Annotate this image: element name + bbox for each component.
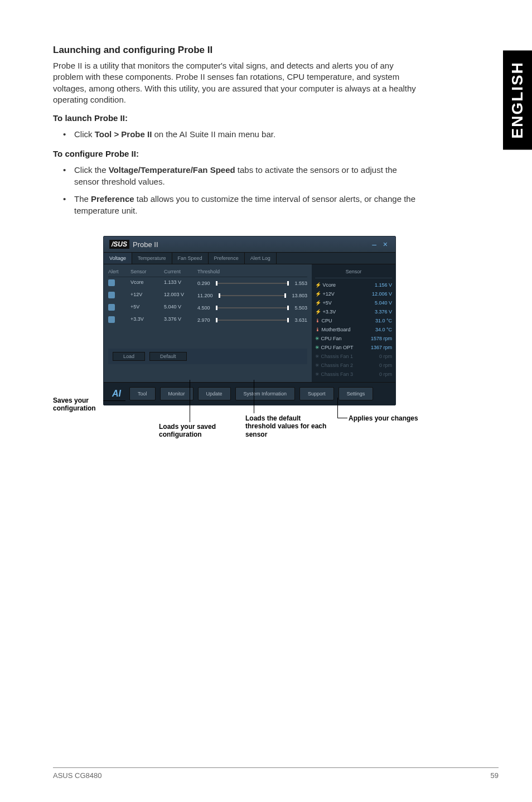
tab-temperature[interactable]: Temperature	[132, 253, 172, 264]
sensor-name: +5V	[130, 304, 164, 312]
sensor-current: 1.133 V	[164, 279, 197, 287]
callout-line	[337, 398, 338, 418]
sensor-row: 🌡 CPU31.0 °C	[315, 316, 392, 325]
support-button[interactable]: Support	[299, 387, 334, 400]
language-tab: ENGLISH	[503, 50, 532, 149]
fan-icon: ✳	[315, 336, 320, 341]
fan-icon: ✳	[315, 345, 320, 350]
sensor-row: 🌡 MotherBoard34.0 °C	[315, 325, 392, 334]
table-row: Vcore 1.133 V 0.2901.553	[108, 277, 307, 289]
callout-line	[103, 400, 125, 401]
system-info-button[interactable]: System Information	[235, 387, 296, 400]
figure-wrap: /SUS Probe II – × Voltage Temperature Fa…	[103, 236, 424, 405]
bottom-bar: AI Tool Monitor Update System Informatio…	[104, 382, 395, 405]
bolt-icon: ⚡	[315, 282, 321, 288]
tab-row: Voltage Temperature Fan Speed Preference…	[104, 252, 395, 264]
minimize-button[interactable]: –	[372, 240, 379, 249]
footer-model: ASUS CG8480	[53, 771, 101, 780]
panel-body: Alert Sensor Current Threshold Vcore 1.1…	[104, 264, 395, 382]
intro-paragraph: Probe II is a utility that monitors the …	[53, 60, 424, 105]
col-threshold: Threshold	[197, 269, 307, 274]
bolt-icon: ⚡	[315, 291, 321, 297]
sensor-name: +3.3V	[130, 316, 164, 324]
sensor-row: ⚡ +5V5.040 V	[315, 298, 392, 307]
monitor-button[interactable]: Monitor	[160, 387, 194, 400]
table-row: +3.3V 3.376 V 2.9703.631	[108, 314, 307, 326]
sensor-row: ✳ Chassis Fan 10 rpm	[315, 352, 392, 361]
bolt-icon: ⚡	[315, 300, 321, 306]
alert-checkbox[interactable]	[108, 279, 115, 286]
alert-checkbox[interactable]	[108, 304, 115, 311]
sensor-name: +12V	[130, 292, 164, 299]
settings-button[interactable]: Settings	[338, 387, 374, 400]
configure-item-2: The Preference tab allows you to customi…	[74, 193, 424, 216]
callout-line	[190, 380, 190, 422]
page-footer: ASUS CG8480 59	[53, 767, 499, 780]
table-row: +5V 5.040 V 4.5005.503	[108, 302, 307, 314]
sensor-current: 3.376 V	[164, 316, 197, 324]
tab-fan-speed[interactable]: Fan Speed	[172, 253, 209, 264]
threshold-slider[interactable]	[216, 307, 289, 308]
load-default-row: Load Default	[108, 349, 307, 364]
probe-window: /SUS Probe II – × Voltage Temperature Fa…	[103, 236, 396, 405]
section-heading: Launching and configuring Probe II	[53, 45, 424, 56]
col-alert: Alert	[108, 269, 130, 274]
launch-subhead: To launch Probe II:	[53, 113, 424, 123]
thermometer-icon: 🌡	[315, 327, 320, 332]
voltage-table: Alert Sensor Current Threshold Vcore 1.1…	[104, 264, 312, 382]
window-title: Probe II	[133, 240, 158, 249]
callout-line	[337, 418, 347, 418]
default-button[interactable]: Default	[149, 352, 187, 361]
callout-applies: Applies your changes	[349, 414, 438, 422]
table-header: Alert Sensor Current Threshold	[108, 267, 307, 277]
fan-icon: ✳	[315, 354, 320, 359]
callout-loads-saved: Loads your saved configuration	[159, 423, 231, 439]
sensor-panel: Sensor ⚡ Vcore1.156 V ⚡ +12V12.006 V ⚡ +…	[312, 264, 395, 382]
launch-item: Click Tool > Probe II on the AI Suite II…	[74, 128, 424, 140]
fan-icon: ✳	[315, 363, 320, 368]
alert-checkbox[interactable]	[108, 316, 115, 323]
bolt-icon: ⚡	[315, 309, 321, 315]
sensor-row: ✳ CPU Fan1578 rpm	[315, 334, 392, 343]
update-button[interactable]: Update	[198, 387, 231, 400]
callout-saves: Saves your configuration	[53, 397, 103, 413]
footer-page-number: 59	[491, 771, 499, 780]
configure-list: Click the Voltage/Temperature/Fan Speed …	[53, 164, 424, 216]
launch-list: Click Tool > Probe II on the AI Suite II…	[53, 128, 424, 140]
sensor-row: ✳ Chassis Fan 30 rpm	[315, 370, 392, 379]
thermometer-icon: 🌡	[315, 318, 320, 323]
sensor-row: ⚡ Vcore1.156 V	[315, 281, 392, 289]
fan-icon: ✳	[315, 371, 320, 377]
asus-logo: /SUS	[109, 240, 129, 249]
threshold-slider[interactable]	[216, 320, 289, 321]
callout-loads-default: Loads the default threshold values for e…	[245, 414, 329, 438]
tool-button[interactable]: Tool	[129, 387, 156, 400]
configure-subhead: To configure Probe II:	[53, 149, 424, 158]
col-sensor: Sensor	[130, 269, 164, 274]
sensor-row: ⚡ +12V12.006 V	[315, 289, 392, 298]
table-row: +12V 12.003 V 11.20013.803	[108, 289, 307, 302]
sensor-row: ✳ CPU Fan OPT1367 rpm	[315, 343, 392, 352]
load-button[interactable]: Load	[113, 352, 145, 361]
alert-checkbox[interactable]	[108, 292, 115, 298]
sensor-current: 12.003 V	[164, 292, 197, 299]
ai-logo-icon: AI	[108, 388, 125, 399]
tab-voltage[interactable]: Voltage	[104, 253, 132, 264]
threshold-slider[interactable]	[216, 283, 289, 284]
threshold-slider[interactable]	[219, 295, 287, 296]
sensor-panel-title: Sensor	[315, 268, 392, 278]
close-button[interactable]: ×	[383, 240, 390, 249]
configure-item-1: Click the Voltage/Temperature/Fan Speed …	[74, 164, 424, 187]
page-content: Launching and configuring Probe II Probe…	[0, 0, 463, 405]
sensor-name: Vcore	[130, 279, 164, 287]
title-bar: /SUS Probe II – ×	[104, 236, 395, 252]
sensor-row: ✳ Chassis Fan 20 rpm	[315, 361, 392, 370]
callout-line	[254, 380, 254, 413]
col-current: Current	[164, 269, 197, 274]
sensor-current: 5.040 V	[164, 304, 197, 312]
tab-preference[interactable]: Preference	[209, 253, 245, 264]
sensor-row: ⚡ +3.3V3.376 V	[315, 307, 392, 316]
tab-alert-log[interactable]: Alert Log	[245, 253, 277, 264]
